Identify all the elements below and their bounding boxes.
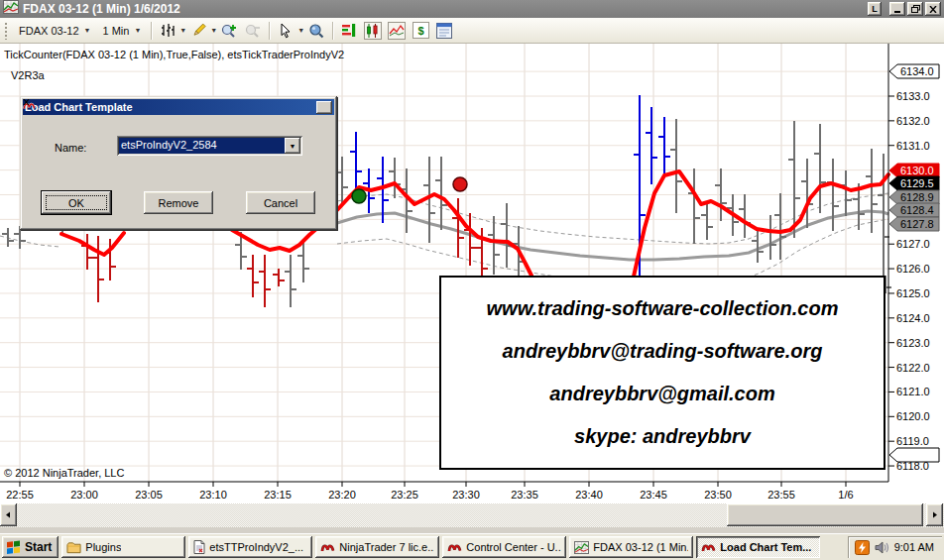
svg-text:23:40: 23:40 bbox=[575, 489, 603, 501]
taskbar-item[interactable]: FDAX 03-12 (1 Min... bbox=[569, 536, 693, 558]
chart-properties-icon[interactable] bbox=[432, 20, 456, 41]
svg-text:6121.0: 6121.0 bbox=[896, 386, 930, 397]
scroll-right-button[interactable] bbox=[926, 504, 943, 526]
dialog-titlebar[interactable]: Load Chart Template bbox=[23, 99, 334, 115]
taskbar-item[interactable]: Plugins bbox=[61, 536, 185, 558]
market-depth-icon[interactable] bbox=[337, 20, 361, 41]
svg-text:6128.9: 6128.9 bbox=[900, 191, 934, 203]
svg-text:6131.0: 6131.0 bbox=[896, 140, 930, 152]
window-chart-icon bbox=[3, 0, 19, 18]
restore-button[interactable] bbox=[907, 2, 923, 16]
folder-icon bbox=[66, 541, 81, 554]
ok-button[interactable]: OK bbox=[42, 191, 111, 214]
svg-text:23:50: 23:50 bbox=[704, 489, 732, 501]
toolbar-separator bbox=[332, 22, 333, 40]
interval-selector[interactable]: 1 Min▼ bbox=[96, 23, 147, 39]
indicator-label: TickCounter(FDAX 03-12 (1 Min),True,Fals… bbox=[4, 49, 344, 60]
combobox-dropdown-button[interactable]: ▼ bbox=[285, 138, 300, 154]
svg-text:6134.0: 6134.0 bbox=[900, 65, 934, 77]
draw-pencil-icon[interactable] bbox=[186, 20, 210, 41]
watermark-line: andreybbrv@gmail.com bbox=[441, 383, 884, 405]
taskbar-item[interactable]: etsTTProIndyV2_... bbox=[188, 536, 312, 558]
moving-average-line bbox=[337, 211, 888, 260]
cursor-icon[interactable] bbox=[274, 20, 297, 41]
chevron-down-icon[interactable]: ▼ bbox=[297, 27, 304, 34]
chart-panel: 6133.06132.06131.06127.06126.06125.06124… bbox=[0, 44, 944, 504]
price-tag bbox=[889, 448, 939, 462]
svg-text:$: $ bbox=[417, 25, 423, 37]
bar-type-icon[interactable] bbox=[156, 20, 179, 41]
svg-text:23:10: 23:10 bbox=[199, 489, 227, 501]
taskbar-item[interactable]: Load Chart Tem... bbox=[696, 536, 820, 558]
taskbar-item[interactable]: NinjaTrader 7 lic.e... bbox=[315, 536, 439, 558]
svg-text:23:20: 23:20 bbox=[328, 489, 356, 501]
scrollbar-thumb[interactable] bbox=[727, 504, 923, 526]
taskbar-item[interactable]: Control Center - U... bbox=[442, 536, 566, 558]
candlestick-chart-icon[interactable] bbox=[361, 20, 385, 41]
ninjatrader-icon bbox=[701, 541, 716, 553]
svg-text:23:35: 23:35 bbox=[511, 489, 538, 501]
svg-text:6129.5: 6129.5 bbox=[900, 177, 934, 189]
ninjatrader-icon bbox=[320, 541, 335, 553]
price-tag: 6128.4 bbox=[889, 203, 939, 217]
watermark-line: skype: andreybbrv bbox=[441, 425, 884, 448]
dialog-close-button[interactable] bbox=[316, 101, 332, 114]
template-name-combobox[interactable]: etsProIndyV2_2584 ▼ bbox=[117, 136, 302, 156]
volume-icon[interactable] bbox=[875, 541, 889, 554]
taskbar-item-label: NinjaTrader 7 lic.e... bbox=[339, 541, 434, 553]
remove-button[interactable]: Remove bbox=[144, 191, 213, 214]
window-title: FDAX 03-12 (1 Min) 1/6/2012 bbox=[23, 2, 866, 16]
chevron-down-icon[interactable]: ▼ bbox=[179, 27, 186, 34]
watermark-line: andreybbrv@trading-software.org bbox=[441, 340, 884, 363]
time-axis-labels: 22:5523:0023:0523:1023:1523:2023:2523:30… bbox=[6, 482, 853, 501]
instrument-label: FDAX 03-12 bbox=[19, 25, 79, 37]
taskbar-item-label: etsTTProIndyV2_... bbox=[209, 541, 303, 553]
taskbar: Start PluginsetsTTProIndyV2_...NinjaTrad… bbox=[0, 533, 944, 560]
zoom-out-icon[interactable] bbox=[241, 20, 265, 41]
dollar-icon[interactable]: $ bbox=[409, 20, 432, 41]
taskbar-item-label: Load Chart Tem... bbox=[720, 541, 811, 553]
windows-logo-icon bbox=[6, 540, 21, 555]
scroll-left-button[interactable] bbox=[0, 504, 17, 526]
start-label: Start bbox=[25, 540, 52, 554]
data-box-icon[interactable] bbox=[304, 20, 328, 41]
clock: 9:01 AM bbox=[894, 541, 934, 553]
svg-text:6123.0: 6123.0 bbox=[896, 337, 930, 349]
zoom-in-icon[interactable] bbox=[217, 20, 241, 41]
toolbar-grip[interactable] bbox=[4, 22, 8, 40]
dialog-title: Load Chart Template bbox=[25, 101, 133, 113]
start-button[interactable]: Start bbox=[2, 536, 59, 558]
window-titlebar: FDAX 03-12 (1 Min) 1/6/2012 L bbox=[0, 0, 944, 18]
taskbar-item-label: Plugins bbox=[85, 541, 121, 553]
indicator-version-label: V2R3a bbox=[11, 69, 45, 81]
chart-toolbar: FDAX 03-12▼ 1 Min▼ ▼ ▼ ▼ bbox=[0, 18, 944, 44]
minimize-button[interactable] bbox=[889, 2, 905, 16]
svg-text:23:45: 23:45 bbox=[640, 489, 667, 501]
svg-text:6124.0: 6124.0 bbox=[896, 312, 930, 324]
svg-text:23:15: 23:15 bbox=[264, 489, 292, 501]
svg-text:6132.0: 6132.0 bbox=[896, 115, 930, 127]
link-button[interactable]: L bbox=[868, 2, 882, 16]
taskbar-item-label: Control Center - U... bbox=[466, 541, 561, 553]
document-icon bbox=[193, 540, 205, 554]
price-tag: 6130.0 bbox=[889, 164, 939, 177]
close-button[interactable] bbox=[925, 2, 941, 16]
ninjatrader-chart-window: FDAX 03-12 (1 Min) 1/6/2012 L FDAX 03-12… bbox=[0, 0, 944, 560]
horizontal-scrollbar[interactable] bbox=[0, 504, 944, 527]
ninjatrader-icon bbox=[447, 541, 462, 553]
price-tag: 6134.0 bbox=[889, 64, 939, 78]
taskbar-item-label: FDAX 03-12 (1 Min... bbox=[593, 541, 688, 553]
chevron-down-icon[interactable]: ▼ bbox=[210, 27, 217, 34]
instrument-selector[interactable]: FDAX 03-12▼ bbox=[13, 23, 96, 39]
mini-chart-icon[interactable] bbox=[385, 20, 409, 41]
template-name-value: etsProIndyV2_2584 bbox=[119, 138, 285, 154]
interval-label: 1 Min bbox=[102, 25, 129, 37]
svg-text:23:25: 23:25 bbox=[391, 489, 418, 501]
data-feed-icon[interactable] bbox=[855, 540, 870, 555]
watermark-box: www.trading-software-collection.com andr… bbox=[439, 276, 885, 470]
cancel-button[interactable]: Cancel bbox=[246, 191, 315, 214]
svg-text:6133.0: 6133.0 bbox=[896, 90, 930, 102]
price-tag: 6129.5 bbox=[889, 176, 939, 190]
price-axis-labels: 6133.06132.06131.06127.06126.06125.06124… bbox=[888, 90, 930, 472]
svg-text:22:55: 22:55 bbox=[6, 489, 34, 501]
